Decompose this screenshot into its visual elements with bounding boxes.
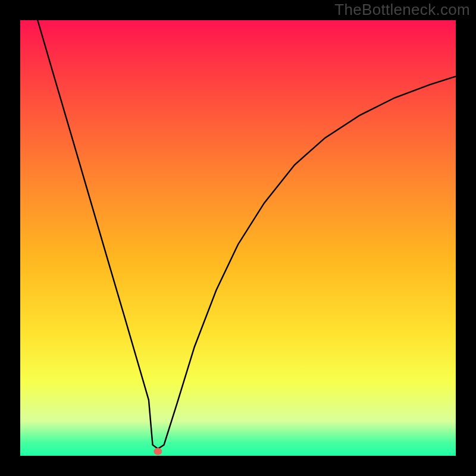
- plot-area: [20, 20, 456, 456]
- bottleneck-curve: [37, 20, 456, 449]
- optimum-marker: [154, 448, 162, 455]
- curve-svg: [20, 20, 456, 456]
- chart-frame: TheBottleneck.com: [0, 0, 476, 476]
- watermark-text: TheBottleneck.com: [334, 1, 470, 19]
